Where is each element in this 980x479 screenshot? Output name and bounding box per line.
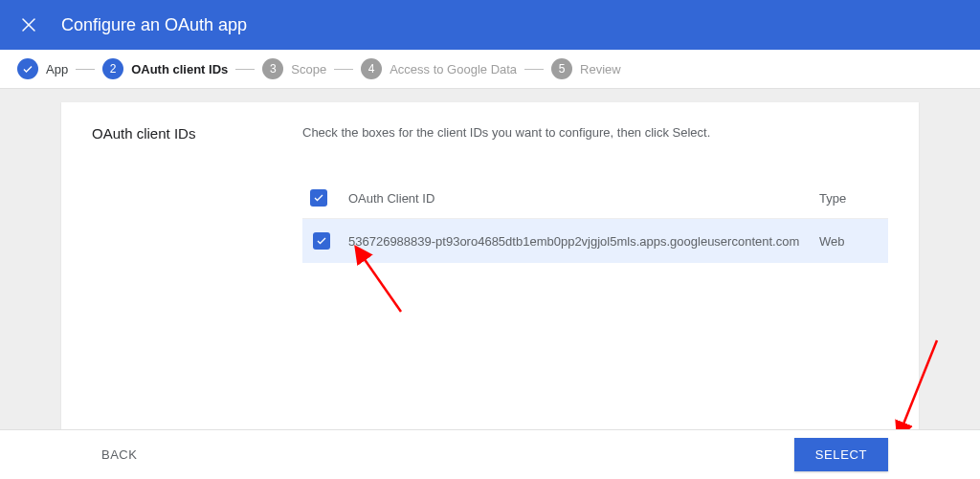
check-icon: [313, 192, 324, 204]
cell-client-id: 536726988839-pt93oro4685dtb1emb0pp2vjgjo…: [341, 219, 812, 264]
step-label: OAuth client IDs: [131, 62, 228, 76]
client-id-table: OAuth Client ID Type 536726988839-pt93or…: [302, 178, 888, 263]
panel-heading: OAuth client IDs: [92, 125, 302, 142]
step-badge-number: 5: [551, 58, 572, 79]
row-checkbox[interactable]: [313, 232, 330, 250]
step-oauth-client-ids[interactable]: 2 OAuth client IDs: [102, 58, 228, 79]
step-connector: [524, 69, 544, 70]
step-review[interactable]: 5 Review: [551, 58, 621, 79]
step-badge-number: 4: [361, 58, 382, 79]
footer-bar: BACK SELECT: [0, 429, 980, 479]
step-label: Review: [580, 62, 621, 76]
check-icon: [316, 235, 327, 247]
back-button[interactable]: BACK: [92, 440, 146, 469]
step-access-to-google-data[interactable]: 4 Access to Google Data: [361, 58, 517, 79]
column-header-client-id: OAuth Client ID: [341, 178, 812, 219]
step-connector: [334, 69, 353, 70]
step-badge-number: 2: [102, 58, 123, 79]
step-label: Scope: [291, 62, 326, 76]
close-button[interactable]: [17, 13, 40, 36]
step-connector: [235, 69, 255, 70]
step-label: App: [46, 62, 68, 76]
close-icon: [20, 16, 37, 33]
step-label: Access to Google Data: [390, 62, 517, 76]
column-header-type: Type: [812, 178, 888, 219]
step-connector: [76, 69, 95, 70]
panel-instruction: Check the boxes for the client IDs you w…: [302, 125, 888, 140]
titlebar: Configure an OAuth app: [0, 0, 980, 50]
cell-type: Web: [812, 219, 888, 264]
step-app[interactable]: App: [17, 58, 68, 79]
step-scope[interactable]: 3 Scope: [262, 58, 326, 79]
step-badge-check-icon: [17, 58, 38, 79]
table-row[interactable]: 536726988839-pt93oro4685dtb1emb0pp2vjgjo…: [302, 219, 888, 264]
page-title: Configure an OAuth app: [61, 15, 247, 35]
content-card: OAuth client IDs Check the boxes for the…: [61, 102, 919, 437]
stepper-bar: App 2 OAuth client IDs 3 Scope 4 Access …: [0, 50, 980, 89]
step-badge-number: 3: [262, 58, 283, 79]
select-button[interactable]: SELECT: [794, 438, 888, 471]
select-all-checkbox[interactable]: [310, 189, 327, 207]
